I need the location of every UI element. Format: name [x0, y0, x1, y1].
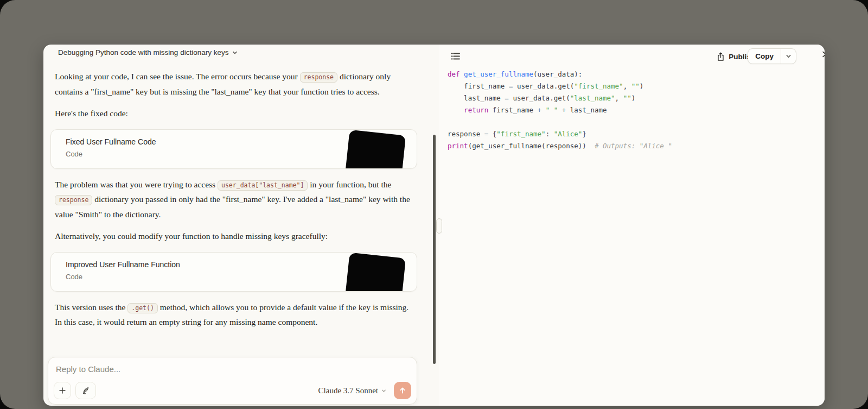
conversation-title-dropdown[interactable]: Debugging Python code with missing dicti…	[58, 48, 238, 56]
panel-resize-handle[interactable]	[436, 218, 442, 234]
model-selector[interactable]: Claude 3.7 Sonnet	[318, 386, 386, 395]
chat-paragraph: Here's the fixed code:	[55, 106, 413, 121]
inline-code: user_data["last_name"]	[218, 180, 308, 191]
code-block: def get_user_fullname(user_data): first_…	[448, 68, 672, 152]
copy-options-button[interactable]	[781, 49, 796, 64]
inline-code: response	[300, 72, 337, 83]
chat-scrollbar[interactable]	[433, 135, 436, 364]
code-line: last_name = user_data.get("last_name", "…	[448, 92, 672, 104]
arrow-up-icon	[399, 387, 406, 394]
chat-paragraph: This version uses the .get() method, whi…	[55, 300, 413, 329]
copy-split-button: Copy	[748, 48, 796, 64]
artifact-title: Fixed User Fullname Code	[66, 137, 156, 146]
attach-button[interactable]	[54, 382, 71, 399]
reply-composer: Reply to Claude...	[48, 357, 417, 405]
chevron-right-icon[interactable]	[821, 51, 825, 58]
artifact-list-button[interactable]	[448, 49, 462, 62]
chat-paragraph: Looking at your code, I can see the issu…	[55, 70, 413, 98]
artifact-panel: Publish Copy def get_user_fullname(user_…	[439, 45, 825, 406]
artifact-preview-redacted	[345, 252, 406, 291]
copy-button[interactable]: Copy	[748, 49, 781, 64]
artifact-card[interactable]: Fixed User Fullname CodeCode	[50, 129, 417, 169]
chat-paragraph: The problem was that you were trying to …	[55, 178, 413, 222]
conversation-title: Debugging Python code with missing dicti…	[58, 48, 228, 56]
inline-code: .get()	[127, 303, 158, 313]
desktop-backdrop: Debugging Python code with missing dicti…	[0, 0, 868, 409]
inline-code: response	[55, 195, 92, 205]
reply-input[interactable]: Reply to Claude...	[56, 364, 120, 374]
code-line: print(get_user_fullname(response)) # Out…	[448, 140, 672, 152]
code-line: def get_user_fullname(user_data):	[448, 68, 672, 80]
share-icon	[717, 52, 725, 61]
send-button[interactable]	[394, 382, 411, 399]
chat-panel: Debugging Python code with missing dicti…	[43, 45, 439, 406]
artifact-subtitle: Code	[66, 273, 82, 281]
claude-app-window: Debugging Python code with missing dicti…	[43, 45, 825, 406]
chevron-down-icon	[381, 388, 386, 393]
list-icon	[451, 52, 460, 60]
chevron-down-icon	[232, 50, 238, 55]
code-line	[448, 116, 672, 128]
code-line: return first_name + " " + last_name	[448, 104, 672, 116]
composer-toolbar: Claude 3.7 Sonnet	[54, 382, 411, 399]
chat-blocks: Looking at your code, I can see the issu…	[50, 59, 417, 337]
quill-icon	[81, 386, 90, 395]
artifact-title: Improved User Fullname Function	[66, 260, 180, 269]
artifact-subtitle: Code	[66, 150, 82, 158]
writing-style-button[interactable]	[75, 382, 96, 399]
chevron-down-icon	[786, 53, 792, 59]
artifact-card[interactable]: Improved User Fullname FunctionCode	[50, 252, 417, 292]
plus-icon	[59, 387, 66, 394]
chat-paragraph: Alternatively, you could modify your fun…	[55, 229, 413, 243]
artifact-preview-redacted	[345, 129, 406, 168]
code-line: first_name = user_data.get("first_name",…	[448, 80, 672, 92]
model-name: Claude 3.7 Sonnet	[318, 386, 378, 395]
code-line: response = {"first_name": "Alice"}	[448, 128, 672, 140]
